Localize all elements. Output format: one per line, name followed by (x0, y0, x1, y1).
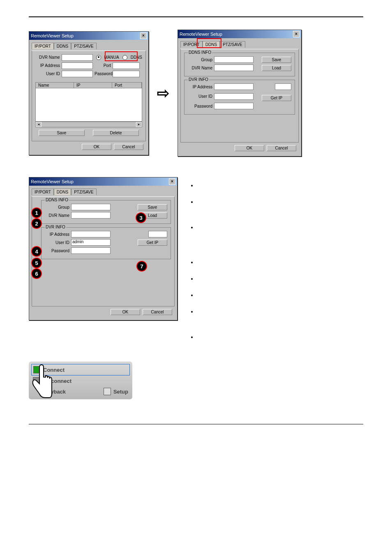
userid-input[interactable] (214, 93, 254, 100)
titlebar: RemoteViewer Setup × (29, 177, 177, 186)
label-dvrname: DVR Name (45, 213, 69, 218)
bullet-list (190, 181, 199, 349)
redbox-ddns-radio (105, 51, 138, 61)
dialog-ddns-annotated: RemoteViewer Setup × IP/PORT DDNS PTZ/SA… (29, 177, 178, 320)
tab-ptz[interactable]: PTZ/SAVE (220, 41, 245, 48)
userid-input[interactable] (62, 71, 93, 77)
bullet-item (197, 181, 199, 190)
bullet-item (197, 198, 199, 216)
dialog-ipport: RemoteViewer Setup × IP/PORT DDNS PTZ/SA… (29, 31, 149, 155)
save-button[interactable]: Save (39, 130, 85, 136)
setup-label[interactable]: Setup (113, 389, 128, 395)
bullet-item (197, 223, 199, 250)
dialog-title: RemoteViewer Setup (31, 33, 74, 38)
label-password: Password (45, 249, 69, 253)
label-userid: User ID (45, 240, 69, 245)
label-ipaddress: IP Address (45, 232, 69, 237)
redbox-ddns-tab (197, 38, 221, 48)
cancel-button[interactable]: Cancel (143, 309, 172, 315)
top-row: RemoteViewer Setup × IP/PORT DDNS PTZ/SA… (29, 30, 363, 157)
password-input[interactable] (214, 103, 254, 109)
section-dvrinfo: DVR INFO (45, 225, 66, 229)
port-input[interactable] (275, 83, 291, 90)
callout-4: 4 (31, 246, 42, 257)
list-body[interactable] (35, 88, 142, 122)
dvrname-input[interactable] (62, 54, 93, 61)
ok-button[interactable]: OK (111, 309, 140, 315)
section-ddnsinfo: DDNS INFO (188, 50, 212, 55)
delete-button[interactable]: Delete (93, 130, 139, 136)
close-icon[interactable]: × (293, 31, 300, 37)
tab-ptz[interactable]: PTZ/SAVE (71, 43, 97, 49)
dvrname-input[interactable] (214, 64, 254, 71)
titlebar: RemoteViewer Setup × (29, 32, 148, 40)
callout-5: 5 (31, 258, 42, 268)
password-input[interactable] (71, 247, 111, 254)
callout-1: 1 (31, 207, 42, 218)
tab-ptz[interactable]: PTZ/SAVE (71, 189, 97, 195)
remote-panel: Connect Disconnect ayback Setup (29, 362, 132, 399)
label-dvrname: DVR Name (35, 55, 60, 60)
label-ipaddress: IP Address (35, 63, 60, 68)
bullet-item (197, 291, 199, 300)
label-password: Password (188, 104, 212, 108)
close-icon[interactable]: × (169, 178, 175, 185)
bullet-item (197, 307, 199, 325)
save-button[interactable]: Save (262, 57, 291, 63)
ipaddress-input[interactable] (71, 231, 111, 237)
save-button[interactable]: Save (138, 204, 167, 210)
group-input[interactable] (214, 56, 254, 63)
label-group: Group (45, 205, 69, 210)
tab-ddns[interactable]: DDNS (54, 189, 71, 195)
col-name[interactable]: Name (36, 83, 74, 88)
section-ddnsinfo: DDNS INFO (45, 198, 69, 202)
middle-row: RemoteViewer Setup × IP/PORT DDNS PTZ/SA… (29, 177, 363, 349)
callout-3: 3 (136, 212, 146, 223)
section-dvrinfo: DVR INFO (188, 77, 209, 82)
ipaddress-input[interactable] (214, 83, 254, 90)
bullet-item (197, 333, 199, 342)
port-input[interactable] (113, 62, 140, 69)
label-group: Group (188, 58, 212, 62)
label-ipaddress: IP Address (188, 85, 212, 89)
callout-7: 7 (136, 261, 147, 272)
ok-button[interactable]: OK (235, 145, 264, 151)
label-userid: User ID (188, 94, 212, 99)
titlebar: RemoteViewer Setup × (178, 30, 301, 38)
callout-6: 6 (31, 268, 42, 279)
label-password: Password (95, 71, 111, 76)
cancel-button[interactable]: Cancel (114, 144, 143, 150)
scrollbar[interactable]: ◂▸ (35, 122, 142, 127)
col-ip[interactable]: IP (74, 83, 112, 88)
password-input[interactable] (113, 71, 140, 77)
close-icon[interactable]: × (140, 32, 147, 39)
page-footer-rule (29, 424, 363, 424)
page-header-rule (29, 16, 363, 17)
dialog-ddns: RemoteViewer Setup × IP/PORT DDNS PTZ/SA… (178, 30, 302, 157)
ipaddress-input[interactable] (62, 62, 93, 69)
userid-input[interactable]: admin (71, 239, 111, 246)
bullet-item (197, 274, 199, 283)
setup-icon (104, 388, 111, 395)
getip-button[interactable]: Get IP (262, 95, 291, 101)
getip-button[interactable]: Get IP (138, 240, 167, 246)
hand-cursor-icon (27, 363, 56, 404)
group-input[interactable] (71, 204, 111, 210)
cancel-button[interactable]: Cancel (267, 145, 296, 151)
bullet-item (197, 258, 199, 267)
port-input[interactable] (148, 231, 167, 237)
col-port[interactable]: Port (112, 83, 142, 88)
ok-button[interactable]: OK (82, 144, 111, 150)
radio-manual[interactable] (96, 55, 101, 60)
tab-ipport[interactable]: IP/PORT (32, 43, 54, 49)
callout-2: 2 (31, 218, 42, 229)
dialog-title: RemoteViewer Setup (180, 32, 222, 37)
tab-ipport[interactable]: IP/PORT (32, 189, 54, 195)
dvrname-input[interactable] (71, 212, 111, 219)
arrow-icon: ⇨ (157, 85, 169, 102)
list-header: Name IP Port (35, 82, 142, 88)
label-dvrname: DVR Name (188, 66, 212, 70)
tab-ddns[interactable]: DDNS (54, 43, 71, 49)
load-button[interactable]: Load (262, 65, 291, 71)
label-userid: User ID (35, 71, 60, 76)
